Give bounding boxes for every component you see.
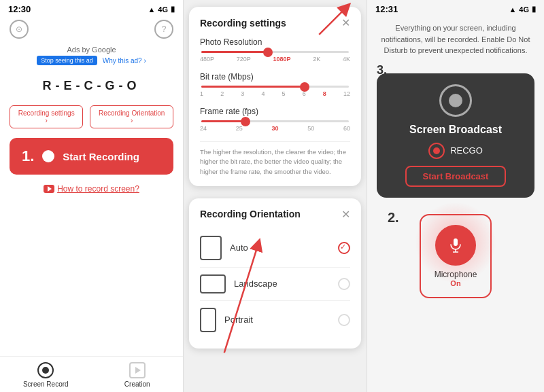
microphone-icon [447, 237, 464, 253]
orient-landscape-radio[interactable] [338, 278, 350, 290]
fps-24: 24 [200, 125, 207, 132]
orient-portrait-label: Portrait [224, 315, 253, 325]
app-logo: R-E-C-G-O [0, 69, 183, 100]
br-6: 6 [303, 90, 306, 97]
br-4: 4 [261, 90, 265, 97]
screen-broadcast-title: Screen Broadcast [409, 124, 502, 136]
recgo-logo-icon [428, 143, 445, 159]
modal-settings-header: Recording settings ✕ [200, 16, 350, 29]
br-1: 1 [200, 90, 203, 97]
settings-note: The higher the resolution, the clearer t… [200, 141, 350, 177]
bitrate-label: Bit rate (Mbps) [200, 72, 350, 82]
recording-settings-modal: Recording settings ✕ Photo Resolution 48… [189, 7, 361, 186]
screen-record-icon [37, 362, 54, 378]
bitrate-thumb[interactable] [300, 82, 309, 92]
status-icons-3: ▲ 4G ▮ [509, 5, 536, 14]
ads-label: Ads by Google [7, 46, 176, 54]
recgo-row: RECGO [428, 143, 483, 159]
res-480p: 480P [200, 56, 214, 63]
status-bar-3: 12:31 ▲ 4G ▮ [367, 0, 544, 17]
landscape-orientation-icon [200, 274, 226, 293]
how-to-link[interactable]: How to record screen? [0, 184, 183, 194]
settings-buttons-row: Recording settings › Recording Orientati… [0, 100, 183, 134]
start-recording-btn[interactable]: 1. Start Recording [10, 138, 173, 175]
res-4k: 4K [343, 56, 350, 63]
fps-60: 60 [343, 125, 350, 132]
mic-button[interactable] [435, 225, 476, 266]
broadcast-inner-icon [449, 94, 462, 107]
orient-auto-radio[interactable] [338, 242, 350, 254]
orient-portrait-left: Portrait [200, 308, 253, 332]
step-2-number: 2. [388, 210, 399, 226]
recording-orientation-btn[interactable]: Recording Orientation › [90, 105, 173, 128]
why-ad-link[interactable]: Why this ad? › [103, 57, 146, 65]
status-bar-1: 12:30 ▲ 4G ▮ [0, 0, 183, 17]
orient-landscape-item[interactable]: Landscape [200, 268, 350, 301]
network-label: 4G [158, 5, 168, 14]
recgo-text: RECGO [450, 145, 483, 156]
panel-3: 12:31 ▲ 4G ▮ Everything on your screen, … [367, 0, 544, 392]
resolution-thumb[interactable] [263, 48, 273, 57]
panel-2: Recording settings ✕ Photo Resolution 48… [184, 0, 367, 392]
br-5: 5 [282, 90, 286, 97]
broadcast-circle-icon [439, 84, 472, 117]
fps-25: 25 [236, 125, 243, 132]
resolution-labels: 480P 720P 1080P 2K 4K [200, 56, 350, 63]
target-icon: ⊙ [10, 20, 29, 39]
bitrate-slider[interactable]: 1 2 3 4 5 6 8 12 [200, 86, 350, 97]
close-settings-btn[interactable]: ✕ [341, 16, 350, 29]
auto-orientation-icon [200, 236, 222, 260]
orient-portrait-item[interactable]: Portrait [200, 301, 350, 339]
broadcast-description: Everything on your screen, including not… [367, 17, 544, 63]
help-icon: ? [154, 20, 173, 39]
res-2k: 2K [313, 56, 320, 63]
fps-30: 30 [271, 125, 278, 132]
orient-auto-left: Auto [200, 236, 248, 260]
bitrate-fill [201, 86, 305, 88]
framerate-label: Frame rate (fps) [200, 107, 350, 116]
modal-orientation-header: Recording Orientation ✕ [200, 208, 350, 221]
close-orientation-btn[interactable]: ✕ [341, 208, 350, 221]
recording-orientation-modal: Recording Orientation ✕ Auto Landscape P… [189, 198, 361, 349]
screen-broadcast-box: Screen Broadcast RECGO Start Broadcast [377, 73, 534, 198]
battery-icon-3: ▮ [532, 5, 536, 14]
nav-creation-label: Creation [124, 380, 150, 388]
recording-settings-btn[interactable]: Recording settings › [10, 105, 83, 128]
orient-auto-label: Auto [230, 243, 248, 253]
status-time-1: 12:30 [8, 4, 31, 14]
framerate-fill [201, 120, 245, 122]
how-to-label: How to record screen? [57, 184, 139, 194]
br-8: 8 [323, 90, 326, 97]
resolution-slider[interactable]: 480P 720P 1080P 2K 4K [200, 51, 350, 63]
youtube-icon [44, 185, 54, 193]
resolution-fill [201, 51, 268, 53]
orient-landscape-label: Landscape [234, 279, 277, 289]
br-2: 2 [220, 90, 224, 97]
bitrate-track [201, 86, 349, 88]
framerate-slider[interactable]: 24 25 30 50 60 [200, 120, 350, 132]
status-icons-1: ▲ 4G ▮ [148, 5, 175, 14]
microphone-section: 2. Microphone On [367, 214, 544, 298]
orient-portrait-radio[interactable] [338, 314, 350, 326]
modal-settings-title: Recording settings [200, 18, 286, 29]
top-icons-row: ⊙ ? [0, 17, 183, 41]
br-12: 12 [343, 90, 350, 97]
ads-section: Ads by Google Stop seeing this ad Why th… [0, 41, 183, 69]
bottom-nav: Screen Record Creation [0, 356, 183, 392]
svg-rect-2 [454, 238, 458, 246]
creation-icon [129, 362, 146, 378]
res-720p: 720P [237, 56, 251, 63]
orient-auto-item[interactable]: Auto [200, 229, 350, 268]
framerate-thumb[interactable] [241, 117, 250, 126]
recgo-logo-inner [433, 147, 440, 154]
br-3: 3 [241, 90, 244, 97]
bitrate-labels: 1 2 3 4 5 6 8 12 [200, 90, 350, 97]
network-label-3: 4G [519, 5, 529, 14]
resolution-track [201, 51, 349, 53]
stop-seeing-btn[interactable]: Stop seeing this ad [37, 56, 97, 65]
portrait-orientation-icon [200, 308, 216, 332]
nav-creation[interactable]: Creation [92, 362, 184, 388]
nav-screen-record[interactable]: Screen Record [0, 362, 92, 388]
start-broadcast-btn[interactable]: Start Broadcast [405, 166, 507, 187]
nav-screen-record-label: Screen Record [23, 380, 69, 388]
